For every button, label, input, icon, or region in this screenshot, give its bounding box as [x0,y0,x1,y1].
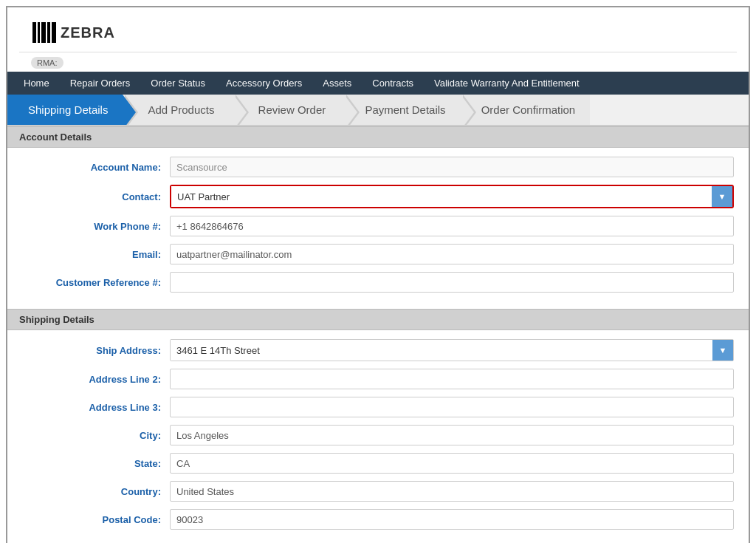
work-phone-label: Work Phone #: [22,221,170,232]
nav-accessory-orders[interactable]: Accessory Orders [216,72,312,95]
customer-ref-field [170,272,734,293]
country-label: Country: [22,486,170,497]
wizard-step-review-order[interactable]: Review Order [233,95,344,125]
postal-code-label: Postal Code: [22,514,170,525]
shipping-details-form: Ship Address: 3461 E 14Th Street ▼ Addre… [7,330,749,543]
address2-label: Address Line 2: [22,374,170,385]
work-phone-input[interactable] [170,216,734,236]
postal-code-input[interactable] [170,509,734,530]
ship-address-row: Ship Address: 3461 E 14Th Street ▼ [22,339,734,361]
address2-field [170,369,734,389]
account-name-field [170,157,734,177]
wizard-steps: Shipping Details Add Products Review Ord… [7,95,749,126]
address3-input[interactable] [170,397,734,417]
customer-ref-label: Customer Reference #: [22,277,170,288]
state-row: State: [22,453,734,474]
email-field [170,244,734,264]
wizard-step-shipping[interactable]: Shipping Details [7,95,123,125]
city-row: City: [22,425,734,445]
account-name-label: Account Name: [22,162,170,173]
address2-input[interactable] [170,369,734,389]
svg-rect-0 [32,22,36,43]
account-details-form: Account Name: Contact: UAT Partner ▼ Wor… [7,148,749,309]
rma-badge: RMA: [31,57,63,69]
customer-ref-row: Customer Reference #: [22,272,734,293]
contact-row: Contact: UAT Partner ▼ [22,185,734,208]
contact-select[interactable]: UAT Partner [171,186,732,207]
account-name-row: Account Name: [22,157,734,177]
address3-field [170,397,734,417]
wizard-step-add-products[interactable]: Add Products [123,95,233,125]
nav-validate-warranty[interactable]: Validate Warranty And Entitlement [424,72,590,95]
state-input[interactable] [170,453,734,474]
svg-rect-3 [47,22,50,43]
email-input[interactable] [170,244,734,264]
postal-code-field [170,509,734,530]
nav-repair-orders[interactable]: Repair Orders [60,72,141,95]
country-field [170,481,734,502]
account-details-header: Account Details [7,126,749,148]
account-name-input[interactable] [170,157,734,177]
nav-contracts[interactable]: Contracts [362,72,424,95]
wizard-step-order-confirmation[interactable]: Order Confirmation [461,95,591,125]
contact-select-wrapper: UAT Partner ▼ [170,185,734,208]
nav-home[interactable]: Home [13,72,60,95]
city-input[interactable] [170,425,734,445]
svg-rect-4 [52,22,56,43]
postal-code-row: Postal Code: [22,509,734,530]
country-row: Country: [22,481,734,502]
state-field [170,453,734,474]
shipping-details-header: Shipping Details [7,309,749,330]
logo-text: ZEBRA [61,24,115,41]
contact-label: Contact: [22,191,170,202]
logo: ZEBRA [31,19,115,46]
email-label: Email: [22,249,170,260]
address2-row: Address Line 2: [22,369,734,389]
zebra-logo-icon [31,19,58,46]
ship-address-select[interactable]: 3461 E 14Th Street [171,340,733,361]
nav-bar: Home Repair Orders Order Status Accessor… [7,72,749,95]
ship-address-select-wrapper: 3461 E 14Th Street ▼ [170,339,734,361]
svg-rect-2 [41,22,46,43]
city-label: City: [22,430,170,441]
wizard-step-payment-details[interactable]: Payment Details [344,95,460,125]
work-phone-field [170,216,734,236]
address3-row: Address Line 3: [22,397,734,417]
address3-label: Address Line 3: [22,402,170,413]
svg-rect-1 [38,22,40,43]
work-phone-row: Work Phone #: [22,216,734,236]
nav-order-status[interactable]: Order Status [140,72,216,95]
email-row: Email: [22,244,734,264]
nav-assets[interactable]: Assets [312,72,362,95]
state-label: State: [22,458,170,469]
city-field [170,425,734,445]
country-input[interactable] [170,481,734,502]
ship-address-field: 3461 E 14Th Street ▼ [170,339,734,361]
ship-address-label: Ship Address: [22,345,170,356]
contact-field: UAT Partner ▼ [170,185,734,208]
customer-ref-input[interactable] [170,272,734,293]
